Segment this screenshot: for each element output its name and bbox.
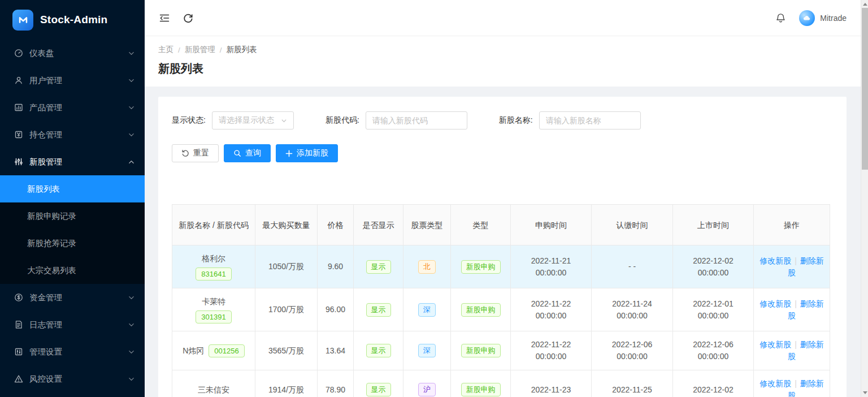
sidebar-item-label: 持仓管理 [29,130,122,140]
brand[interactable]: Stock-Admin [0,0,145,40]
type-tag: 新股申购 [461,383,501,396]
breadcrumb-home[interactable]: 主页 [158,45,173,55]
sidebar-item-dashboard[interactable]: 仪表盘 [0,40,145,67]
breadcrumb-separator: / [220,46,222,54]
new-stock-icon [14,157,23,167]
plus-icon [285,150,293,157]
page-head: 主页 / 新股管理 / 新股列表 新股列表 [145,36,868,87]
search-button-label: 查询 [245,148,261,158]
stock-code-badge: 831641 [196,267,231,281]
sidebar-item-label: 日志管理 [29,320,122,330]
sidebar-subitem[interactable]: 新股列表 [0,175,145,202]
max-buy-cell: 1050/万股 [255,245,318,288]
table-row: 格利尔8316411050/万股9.60显示北新股申购2022-11-21 00… [172,245,830,288]
filter-stock-name: 新股名称: [499,111,641,130]
sidebar-item-users[interactable]: 用户管理 [0,67,145,94]
vertical-scrollbar[interactable] [861,0,868,397]
sidebar-item-funds[interactable]: 资金管理 [0,284,145,311]
dashboard-icon [14,49,23,58]
reload-icon[interactable] [183,13,193,23]
search-button[interactable]: 查询 [224,144,271,162]
sidebar-item-new-stock[interactable]: 新股管理 [0,148,145,175]
edit-stock-link[interactable]: 修改新股 [760,256,791,265]
admin-settings-icon [14,347,23,357]
action-divider: | [795,299,797,308]
sidebar-item-products[interactable]: 产品管理 [0,94,145,121]
chevron-down-icon [128,50,134,57]
sidebar-item-label: 新股管理 [29,157,122,167]
subscribe-time-cell: 2022-11-23 [511,370,592,397]
market-tag: 沪 [418,383,436,396]
stock-name: 三未信安 [177,384,250,396]
stock-name: N炜冈 [183,345,204,357]
max-buy-cell: 1700/万股 [255,288,318,331]
menu-fold-icon[interactable] [159,14,170,23]
reset-button[interactable]: 重置 [172,144,219,162]
type-tag: 新股申购 [461,344,501,357]
sidebar-subitem[interactable]: 新股申购记录 [0,202,145,230]
payment-time-cell: - - [592,245,673,288]
stock-code-input[interactable] [366,111,467,130]
sidebar-subitem[interactable]: 大宗交易列表 [0,257,145,284]
table-header-cell: 是否显示 [354,205,403,245]
reset-button-label: 重置 [193,148,209,158]
stock-name-cell: 格利尔831641 [172,245,255,288]
stock-name: 格利尔 [177,253,250,265]
display-status-select[interactable]: 请选择显示状态 [212,111,294,130]
chevron-down-icon [128,349,134,355]
payment-time-cell: 2022-11-25 [592,370,673,397]
listing-time-cell: 2022-12-01 00:00:00 [673,288,754,331]
visible-cell: 显示 [354,370,403,397]
positions-icon [14,130,23,140]
price-cell: 13.64 [318,331,354,370]
stock-name-input[interactable] [539,111,641,130]
actions-cell: 修改新股|删除新股 [754,288,830,331]
stock-code-badge: 301391 [196,310,231,323]
table-header-cell: 类型 [451,205,511,245]
brand-name: Stock-Admin [40,14,107,26]
sidebar-item-label: 用户管理 [29,75,122,86]
delete-stock-link[interactable]: 删除新股 [788,299,824,320]
action-divider: | [795,340,797,349]
sidebar-item-logs[interactable]: 日志管理 [0,311,145,338]
table-header-cell: 股票类型 [403,205,451,245]
edit-stock-link[interactable]: 修改新股 [760,379,791,388]
search-icon [233,149,241,157]
sidebar-subitem[interactable]: 新股抢筹记录 [0,230,145,257]
visible-tag: 显示 [366,303,391,317]
payment-time-cell: 2022-11-24 00:00:00 [592,288,673,331]
sidebar-nav: 仪表盘用户管理产品管理持仓管理新股管理新股列表新股申购记录新股抢筹记录大宗交易列… [0,40,145,392]
delete-stock-link[interactable]: 删除新股 [788,340,824,361]
add-stock-button[interactable]: 添加新股 [276,144,338,162]
delete-stock-link[interactable]: 删除新股 [788,379,824,397]
chevron-down-icon [128,376,134,382]
listing-time-cell: 2022-12-06 00:00:00 [673,331,754,370]
table-header-cell: 认缴时间 [592,205,673,245]
bell-icon[interactable] [776,13,785,23]
delete-stock-link[interactable]: 删除新股 [788,256,824,277]
table-header-cell: 申购时间 [511,205,592,245]
sidebar-item-admin-settings[interactable]: 管理设置 [0,338,145,365]
content: 显示状态: 请选择显示状态 新股代码: 新股名称: [145,87,868,397]
scrollbar-thumb[interactable] [862,8,868,170]
list-card: 显示状态: 请选择显示状态 新股代码: 新股名称: [158,97,847,397]
market-cell: 北 [403,245,451,288]
stock-name-wrap: 格利尔831641 [177,253,250,281]
edit-stock-link[interactable]: 修改新股 [760,340,791,349]
table-header-cell: 价格 [318,205,354,245]
sidebar-item-label: 风控设置 [29,374,122,385]
breadcrumb-section[interactable]: 新股管理 [185,45,215,55]
scroll-down-icon[interactable] [861,389,868,396]
filter-stock-code: 新股代码: [326,111,467,130]
market-cell: 沪 [403,370,451,397]
sidebar-item-positions[interactable]: 持仓管理 [0,121,145,148]
edit-stock-link[interactable]: 修改新股 [760,299,791,308]
stock-name-wrap: 三未信安 [177,384,250,396]
scroll-up-icon[interactable] [861,1,868,8]
app-logo-icon [12,10,33,31]
table-row: N炜冈0012563565/万股13.64显示深新股申购2022-11-22 0… [172,331,830,370]
user-name: Mitrade [820,14,847,23]
price-cell: 96.00 [318,288,354,331]
sidebar-item-risk[interactable]: 风控设置 [0,365,145,392]
user-menu[interactable]: Mitrade [799,10,847,26]
